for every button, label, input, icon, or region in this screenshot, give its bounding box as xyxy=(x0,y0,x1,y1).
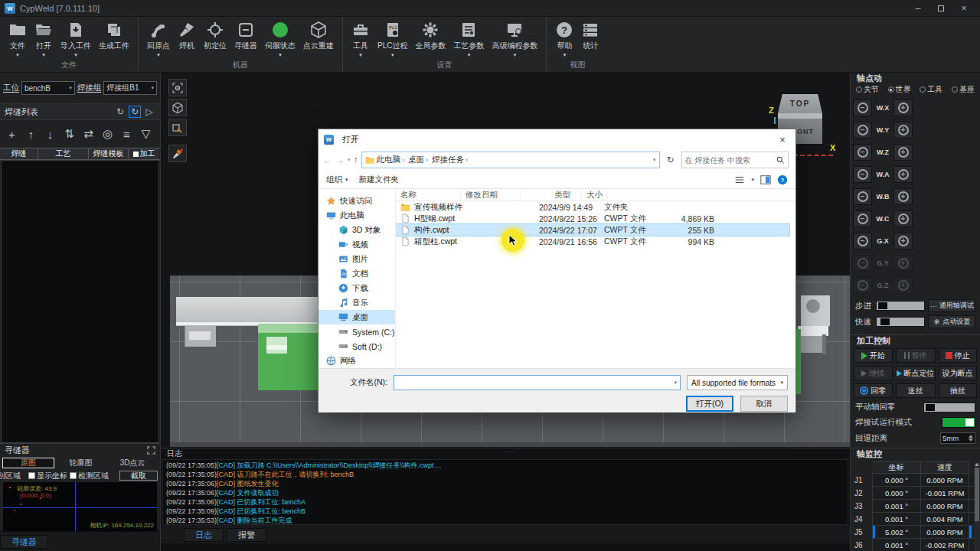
seam-column-header[interactable]: 焊缝模板 xyxy=(89,148,129,159)
breadcrumb-item[interactable]: 桌面› xyxy=(408,155,430,165)
breadcrumb[interactable]: 此电脑› 桌面› 焊接任务› ▾ xyxy=(361,152,660,168)
ribbon-button[interactable]: 初定位 xyxy=(200,20,230,59)
finder-tab[interactable]: 轮廓图 xyxy=(56,458,106,468)
jog-plus-button[interactable]: + xyxy=(893,210,913,227)
sidebar-item[interactable]: 下载 xyxy=(318,281,395,295)
clip-plane-button[interactable] xyxy=(168,119,187,136)
seam-tool-icon[interactable]: ↑ xyxy=(22,125,40,143)
list-view-icon[interactable] xyxy=(734,174,745,185)
search-box[interactable] xyxy=(681,152,789,168)
view-cube-button[interactable] xyxy=(168,99,187,116)
spinner-down-icon[interactable] xyxy=(969,439,973,442)
ribbon-button[interactable]: 点云重建 xyxy=(299,20,338,59)
sidebar-item[interactable]: 3D 对象 xyxy=(318,223,395,237)
back-icon[interactable]: ← xyxy=(323,155,332,165)
process-button[interactable]: 回零 xyxy=(854,383,893,398)
search-input[interactable] xyxy=(685,156,776,165)
translation-home-slider[interactable] xyxy=(923,403,975,412)
axis-debug-button[interactable]: ···通用轴调试 xyxy=(928,299,975,312)
preview-pane-icon[interactable] xyxy=(760,174,771,185)
jog-minus-button[interactable]: − xyxy=(853,255,872,272)
seam-tool-icon[interactable]: + xyxy=(3,125,21,143)
jog-minus-button[interactable]: − xyxy=(853,144,872,161)
seam-tool-icon[interactable]: ↓ xyxy=(41,125,59,143)
filename-combobox[interactable]: ▾ xyxy=(394,375,681,390)
process-button[interactable]: 设为断点 xyxy=(939,366,978,380)
sidebar-item[interactable]: 快速访问 xyxy=(318,194,395,208)
step-slider[interactable] xyxy=(876,301,926,311)
jog-plus-button[interactable]: + xyxy=(893,99,913,116)
process-button[interactable]: 开始 xyxy=(854,348,893,363)
organize-button[interactable]: 组织 xyxy=(326,174,342,185)
process-button[interactable]: 暂停 xyxy=(896,348,936,363)
axis-monitor-row[interactable]: J1 0.000 ° 0.000 RPM xyxy=(851,474,980,487)
dialog-close-button[interactable]: × xyxy=(769,130,795,149)
seam-column-header[interactable]: 工艺 xyxy=(38,148,89,159)
trial-mode-toggle[interactable] xyxy=(942,417,975,428)
tab-seam-finder[interactable]: 寻缝器 xyxy=(0,535,48,549)
jog-plus-button[interactable]: + xyxy=(893,277,913,294)
seam-column-header[interactable]: 加工 xyxy=(129,148,159,159)
process-button[interactable]: 送丝 xyxy=(896,383,936,398)
retract-distance-stepper[interactable]: 5mm xyxy=(940,432,975,444)
ribbon-button[interactable]: 工艺参数 ▾ xyxy=(449,20,488,59)
file-row[interactable]: 构件.cwpt 2024/9/22 17:07 CWPT 文件 255 KB xyxy=(396,224,789,236)
jog-plus-button[interactable]: + xyxy=(893,166,913,183)
ribbon-button[interactable]: PLC过程 ▾ xyxy=(374,20,411,59)
seam-tool-icon[interactable]: ⇄ xyxy=(80,125,97,143)
jog-minus-button[interactable]: − xyxy=(853,210,872,227)
viewport-3d[interactable]: TOP FRONT Z X ··· 日志 (09/22 17:35:05)[CA… xyxy=(161,73,850,551)
weld-group-select[interactable]: 焊接组B1 ▾ xyxy=(103,81,157,95)
jog-mode-radio[interactable]: 工具 xyxy=(920,84,942,95)
new-folder-button[interactable]: 新建文件夹 xyxy=(359,174,400,185)
process-button[interactable]: 继续 xyxy=(854,366,893,380)
chevron-down-icon[interactable]: ▾ xyxy=(751,177,754,183)
seam-tool-icon[interactable]: ⇅ xyxy=(60,125,78,143)
ribbon-button[interactable]: 寻缝器 xyxy=(230,20,261,59)
slider-handle[interactable] xyxy=(880,318,890,325)
log-tab[interactable]: 日志 xyxy=(184,528,224,542)
ribbon-button[interactable]: 伺服状态 ▾ xyxy=(261,20,299,59)
jog-minus-button[interactable]: − xyxy=(853,166,872,183)
ribbon-button[interactable]: 全局参数 xyxy=(411,20,449,59)
axis-monitor-row[interactable]: J4 0.001 ° 0.004 RPM xyxy=(851,513,980,526)
process-button[interactable]: 断点定位 xyxy=(896,366,936,380)
forward-icon[interactable]: → xyxy=(335,155,345,165)
up-icon[interactable]: ↑ xyxy=(354,155,358,165)
process-button[interactable]: 抽丝 xyxy=(939,383,978,398)
speed-column-header[interactable]: 速度 xyxy=(921,461,969,474)
file-row[interactable]: H型钢.cwpt 2024/9/22 15:26 CWPT 文件 4,869 K… xyxy=(396,213,789,224)
axis-monitor-row[interactable]: J5 5.002 ° 0.000 RPM xyxy=(851,526,980,539)
jog-minus-button[interactable]: − xyxy=(853,277,872,294)
file-format-select[interactable]: All supported file formats ▾ xyxy=(687,375,788,390)
coord-column-header[interactable]: 坐标 xyxy=(872,461,921,474)
cancel-button[interactable]: 取消 xyxy=(740,396,788,412)
resize-handle[interactable]: ··· xyxy=(505,448,517,455)
breadcrumb-item[interactable]: 此电脑› xyxy=(377,155,407,165)
finder-checkbox[interactable]: 显示坐标 xyxy=(28,471,67,481)
zoom-fit-button[interactable] xyxy=(168,79,187,96)
ribbon-button[interactable]: 工具 ▾ xyxy=(348,20,374,59)
spinner-up-icon[interactable] xyxy=(969,435,973,438)
ribbon-button[interactable]: 焊机 xyxy=(174,20,200,59)
chevron-down-icon[interactable]: ▾ xyxy=(653,157,656,163)
seam-table-body[interactable] xyxy=(1,160,159,443)
ribbon-button[interactable]: 高级编程参数 ▾ xyxy=(488,20,541,59)
ribbon-button[interactable]: 导入工件 ▾ xyxy=(57,20,95,59)
finder-tab[interactable]: 3D点云 xyxy=(107,458,158,468)
log-tab[interactable]: 报警 xyxy=(227,528,266,542)
torch-display-button[interactable] xyxy=(168,145,187,162)
seam-tool-icon[interactable]: ◎ xyxy=(99,125,116,143)
minimize-button[interactable]: – xyxy=(906,1,929,16)
sidebar-item[interactable]: 视频 xyxy=(318,237,395,252)
jog-plus-button[interactable]: + xyxy=(893,255,913,272)
jog-plus-button[interactable]: + xyxy=(893,144,913,161)
camera-view[interactable]: 轮廓误差: 43.9 (0.000, 0.0) 相机IP: 169.254.10… xyxy=(3,482,157,531)
sidebar-item[interactable]: System (C:) xyxy=(318,324,395,339)
refresh-icon[interactable]: ↻ xyxy=(129,106,141,118)
axis-monitor-row[interactable]: J6 0.001 ° -0.002 RPM xyxy=(851,539,980,551)
sidebar-item[interactable]: 网络 xyxy=(318,354,395,368)
ribbon-button[interactable]: 打开 ▾ xyxy=(31,20,57,59)
scrollbar-thumb[interactable] xyxy=(975,468,979,521)
history-chevron-icon[interactable]: ▾ xyxy=(348,157,351,163)
